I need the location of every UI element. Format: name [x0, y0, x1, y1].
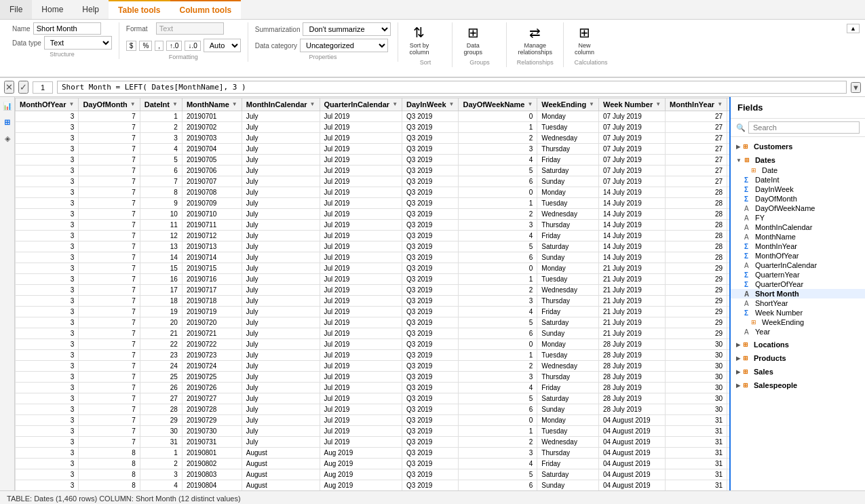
- col-header-monthincalendar[interactable]: MonthInCalendar▼: [242, 98, 320, 111]
- table-row[interactable]: 37320190703JulyJul 2019Q3 20192Wednesday…: [16, 133, 730, 144]
- field-item-dayofmonth[interactable]: ΣDayOfMonth: [731, 194, 865, 203]
- col-header-quarterincalendar[interactable]: QuarterInCalendar▼: [320, 98, 402, 111]
- field-item-shortyear[interactable]: AShortYear: [731, 298, 865, 308]
- format-input[interactable]: [156, 22, 224, 35]
- dec-dec-btn[interactable]: ↓.0: [185, 41, 200, 51]
- table-row[interactable]: 372920190729JulyJul 2019Q3 20190Monday04…: [16, 415, 730, 426]
- table-row[interactable]: 372220190722JulyJul 2019Q3 20190Monday28…: [16, 339, 730, 350]
- cancel-btn[interactable]: ✕: [4, 81, 14, 94]
- table-row[interactable]: 371620190716JulyJul 2019Q3 20191Tuesday2…: [16, 274, 730, 285]
- table-row[interactable]: 37420190704JulyJul 2019Q3 20193Thursday0…: [16, 144, 730, 155]
- table-row[interactable]: 38220190802AugustAug 2019Q3 20194Friday0…: [16, 459, 730, 469]
- field-item-date[interactable]: ⊞Date: [731, 166, 865, 175]
- col-header-weekending[interactable]: WeekEnding▼: [537, 98, 599, 111]
- table-row[interactable]: 38120190801AugustAug 2019Q3 20193Thursda…: [16, 448, 730, 459]
- comma-btn[interactable]: ,: [155, 41, 164, 51]
- dollar-btn[interactable]: $: [126, 41, 137, 51]
- filter-arrow-weekending[interactable]: ▼: [589, 101, 594, 107]
- table-wrapper[interactable]: MonthOfYear▼DayOfMonth▼DateInt▼MonthName…: [15, 97, 729, 490]
- table-row[interactable]: 37720190707JulyJul 2019Q3 20196Sunday07 …: [16, 176, 730, 187]
- confirm-btn[interactable]: ✓: [18, 81, 28, 94]
- field-group-header-products[interactable]: ▶⊞Products: [731, 353, 865, 364]
- table-row[interactable]: 37220190702JulyJul 2019Q3 20191Tuesday07…: [16, 122, 730, 133]
- formula-expression[interactable]: [57, 81, 847, 94]
- data-view-icon[interactable]: ⊞: [1, 116, 14, 128]
- tab-table-tools[interactable]: Table tools: [109, 0, 170, 19]
- field-item-monthname[interactable]: AMonthName: [731, 232, 865, 241]
- col-header-monthname[interactable]: MonthName▼: [182, 98, 242, 111]
- filter-arrow-monthofyear[interactable]: ▼: [69, 101, 74, 107]
- field-item-weekending[interactable]: ⊞WeekEnding: [731, 317, 865, 327]
- table-row[interactable]: 372120190721JulyJul 2019Q3 20196Sunday21…: [16, 328, 730, 339]
- new-column-btn[interactable]: ⊞ Newcolumn: [571, 22, 598, 58]
- summarization-select[interactable]: Don't summarize: [303, 22, 391, 36]
- table-row[interactable]: 38420190804AugustAug 2019Q3 20196Sunday0…: [16, 480, 730, 491]
- table-row[interactable]: 372420190724JulyJul 2019Q3 20192Wednesda…: [16, 361, 730, 372]
- table-row[interactable]: 372820190728JulyJul 2019Q3 20196Sunday28…: [16, 404, 730, 415]
- data-category-select[interactable]: Uncategorized: [300, 39, 388, 52]
- col-header-dayofmonth[interactable]: DayOfMonth▼: [79, 98, 140, 111]
- field-group-header-salespeople[interactable]: ▶⊞Salespeople: [731, 380, 865, 391]
- field-group-header-customers[interactable]: ▶⊞Customers: [731, 141, 865, 152]
- filter-arrow-dayofmonth[interactable]: ▼: [130, 101, 136, 107]
- table-row[interactable]: 371220190712JulyJul 2019Q3 20194Friday14…: [16, 231, 730, 241]
- dec-inc-btn[interactable]: ↑.0: [166, 41, 182, 51]
- table-row[interactable]: 371820190718JulyJul 2019Q3 20193Thursday…: [16, 296, 730, 307]
- col-header-quarternyear[interactable]: QuarternYear▼: [727, 98, 729, 111]
- filter-arrow-quarterincalendar[interactable]: ▼: [392, 101, 398, 107]
- table-row[interactable]: 37820190708JulyJul 2019Q3 20190Monday14 …: [16, 187, 730, 198]
- field-item-dayofweekname[interactable]: ADayOfWeekName: [731, 203, 865, 213]
- filter-arrow-monthinyear[interactable]: ▼: [717, 101, 723, 107]
- tab-home[interactable]: Home: [32, 0, 73, 19]
- fields-search-input[interactable]: [748, 121, 860, 134]
- table-row[interactable]: 371020190710JulyJul 2019Q3 20192Wednesda…: [16, 209, 730, 220]
- filter-arrow-dateint[interactable]: ▼: [172, 101, 178, 107]
- table-row[interactable]: 37620190706JulyJul 2019Q3 20195Saturday0…: [16, 166, 730, 176]
- filter-arrow-dayofweekname[interactable]: ▼: [527, 101, 533, 107]
- field-item-quarterofyear[interactable]: ΣQuarterOfYear: [731, 279, 865, 289]
- field-group-header-dates[interactable]: ▼⊞Dates: [731, 155, 865, 166]
- report-view-icon[interactable]: 📊: [1, 100, 14, 112]
- field-item-quarternyear[interactable]: ΣQuarternYear: [731, 270, 865, 279]
- model-view-icon[interactable]: ◈: [1, 132, 14, 144]
- data-groups-btn[interactable]: ⊞ Datagroups: [459, 22, 486, 58]
- table-row[interactable]: 371120190711JulyJul 2019Q3 20193Thursday…: [16, 220, 730, 231]
- table-row[interactable]: 372020190720JulyJul 2019Q3 20195Saturday…: [16, 317, 730, 328]
- table-row[interactable]: 371920190719JulyJul 2019Q3 20194Friday21…: [16, 307, 730, 317]
- table-row[interactable]: 371420190714JulyJul 2019Q3 20196Sunday14…: [16, 252, 730, 263]
- formula-expand-btn[interactable]: ▼: [851, 82, 861, 93]
- table-row[interactable]: 371720190717JulyJul 2019Q3 20192Wednesda…: [16, 285, 730, 296]
- filter-arrow-week-number[interactable]: ▼: [655, 101, 661, 107]
- filter-arrow-dayinweek[interactable]: ▼: [449, 101, 455, 107]
- table-row[interactable]: 38320190803AugustAug 2019Q3 20195Saturda…: [16, 469, 730, 480]
- auto-select[interactable]: Auto: [204, 39, 241, 52]
- field-group-header-locations[interactable]: ▶⊞Locations: [731, 339, 865, 350]
- table-row[interactable]: 372720190727JulyJul 2019Q3 20195Saturday…: [16, 393, 730, 404]
- field-item-dateint[interactable]: ΣDateInt: [731, 175, 865, 185]
- percent-btn[interactable]: %: [139, 41, 152, 51]
- field-item-year[interactable]: AYear: [731, 327, 865, 336]
- col-header-dateint[interactable]: DateInt▼: [140, 98, 182, 111]
- col-header-dayofweekname[interactable]: DayOfWeekName▼: [459, 98, 537, 111]
- manage-relationships-btn[interactable]: ⇄ Managerelationships: [514, 22, 556, 58]
- field-item-monthinyear[interactable]: ΣMonthInYear: [731, 241, 865, 251]
- tab-column-tools[interactable]: Column tools: [170, 0, 242, 19]
- field-item-dayinweek[interactable]: ΣDayInWeek: [731, 185, 865, 194]
- collapse-ribbon-btn[interactable]: ▲: [847, 24, 860, 33]
- field-item-week-number[interactable]: ΣWeek Number: [731, 308, 865, 317]
- tab-file[interactable]: File: [0, 0, 32, 19]
- table-row[interactable]: 373020190730JulyJul 2019Q3 20191Tuesday0…: [16, 426, 730, 437]
- field-item-fy[interactable]: AFY: [731, 213, 865, 222]
- table-row[interactable]: 37920190709JulyJul 2019Q3 20191Tuesday14…: [16, 198, 730, 209]
- col-num-field[interactable]: [33, 81, 53, 94]
- col-header-monthofyear[interactable]: MonthOfYear▼: [16, 98, 79, 111]
- field-group-header-sales[interactable]: ▶⊞Sales: [731, 366, 865, 377]
- data-type-select[interactable]: Text: [44, 36, 112, 50]
- tab-help[interactable]: Help: [73, 0, 109, 19]
- table-row[interactable]: 371320190713JulyJul 2019Q3 20195Saturday…: [16, 241, 730, 252]
- col-header-dayinweek[interactable]: DayInWeek▼: [402, 98, 459, 111]
- filter-arrow-monthincalendar[interactable]: ▼: [310, 101, 315, 107]
- table-row[interactable]: 372520190725JulyJul 2019Q3 20193Thursday…: [16, 372, 730, 383]
- field-item-monthincalendar[interactable]: AMonthInCalendar: [731, 222, 865, 232]
- field-item-monthofyear[interactable]: ΣMonthOfYear: [731, 251, 865, 260]
